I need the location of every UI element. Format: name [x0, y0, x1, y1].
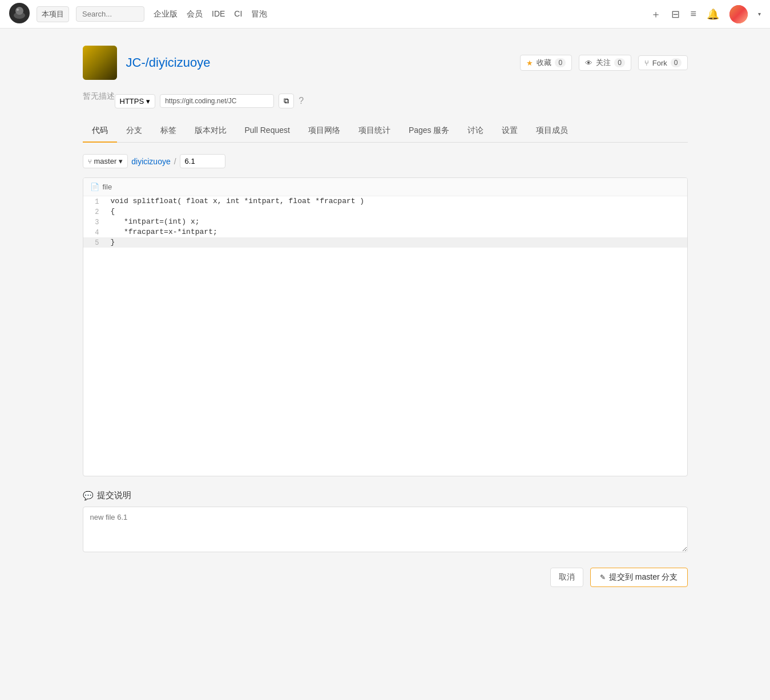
watch-button[interactable]: 👁 关注 0 [579, 55, 631, 71]
tab-code[interactable]: 代码 [83, 120, 117, 143]
navbar: 本项目 企业版 会员 IDE CI 冒泡 ＋ ⊟ ≡ 🔔 ▾ [0, 0, 770, 29]
line-num-5: 5 [83, 238, 106, 247]
submit-label: 提交到 master 分支 [609, 572, 678, 582]
tab-settings[interactable]: 设置 [493, 120, 527, 143]
plus-icon[interactable]: ＋ [651, 7, 661, 21]
line-num-4: 4 [83, 228, 106, 237]
line-content-4: *fracpart=x-*intpart; [106, 228, 687, 236]
navbar-link-member[interactable]: 会员 [187, 9, 203, 19]
line-num-2: 2 [83, 207, 106, 216]
breadcrumb: ⑂ master ▾ diyicizuoye / [83, 154, 688, 168]
star-count: 0 [555, 58, 566, 67]
tab-members[interactable]: 项目成员 [527, 120, 577, 143]
avatar-caret[interactable]: ▾ [758, 11, 761, 17]
repo-description: 暂无描述 [83, 91, 115, 102]
bell-icon[interactable]: 🔔 [707, 8, 719, 21]
svg-point-2 [15, 7, 23, 15]
code-line-4: 4 *fracpart=x-*intpart; [83, 227, 687, 237]
code-line-5: 5 } [83, 237, 687, 248]
star-button[interactable]: ★ 收藏 0 [520, 55, 572, 71]
tab-discuss[interactable]: 讨论 [458, 120, 493, 143]
repo-header: JC-/diyicizuoye ★ 收藏 0 👁 关注 0 ⑂ Fork 0 [83, 46, 688, 80]
tab-stats[interactable]: 项目统计 [349, 120, 400, 143]
copy-url-button[interactable]: ⧉ [279, 94, 294, 108]
file-name-input[interactable] [180, 154, 225, 168]
fork-count: 0 [671, 58, 682, 67]
protocol-caret: ▾ [146, 97, 150, 106]
commit-message-input[interactable] [83, 507, 688, 552]
navbar-link-bubble[interactable]: 冒泡 [251, 9, 267, 19]
url-input[interactable] [160, 94, 274, 108]
breadcrumb-folder[interactable]: diyicizuoye [131, 157, 170, 166]
file-editor: 📄 file 1 void splitfloat( float x, int *… [83, 177, 688, 476]
file-editor-body[interactable]: 1 void splitfloat( float x, int *intpart… [83, 196, 687, 476]
repo-name[interactable]: JC-/diyicizuoye [126, 55, 211, 70]
star-icon: ★ [526, 59, 533, 67]
search-input[interactable] [76, 6, 144, 22]
tabs: 代码 分支 标签 版本对比 Pull Request 项目网络 项目统计 Pag… [83, 120, 688, 143]
commit-title: 💬 提交说明 [83, 490, 688, 501]
navbar-link-ide[interactable]: IDE [212, 9, 225, 19]
menu-icon[interactable]: ≡ [690, 8, 696, 20]
file-icon: 📄 [90, 183, 99, 191]
tab-pullrequest[interactable]: Pull Request [236, 120, 299, 143]
branch-selector[interactable]: ⑂ master ▾ [83, 154, 128, 168]
watch-icon: 👁 [585, 59, 592, 67]
navbar-link-ci[interactable]: CI [234, 9, 242, 19]
fork-button[interactable]: ⑂ Fork 0 [638, 55, 688, 70]
navbar-right: ＋ ⊟ ≡ 🔔 ▾ [651, 5, 761, 23]
filename: file [103, 183, 112, 191]
main-content: JC-/diyicizuoye ★ 收藏 0 👁 关注 0 ⑂ Fork 0 暂… [71, 29, 699, 604]
cancel-button[interactable]: 取消 [550, 568, 583, 587]
tab-pages[interactable]: Pages 服务 [400, 120, 459, 143]
submit-button[interactable]: ✎ 提交到 master 分支 [590, 568, 688, 587]
svg-point-3 [17, 9, 19, 11]
line-content-1: void splitfloat( float x, int *intpart, … [106, 197, 687, 205]
watch-count: 0 [614, 58, 625, 67]
code-line-1: 1 void splitfloat( float x, int *intpart… [83, 196, 687, 207]
line-content-2: { [106, 207, 687, 216]
edit-icon: ✎ [600, 573, 606, 581]
navbar-link-enterprise[interactable]: 企业版 [154, 9, 178, 19]
code-empty-area[interactable] [83, 248, 687, 476]
protocol-label: HTTPS [120, 97, 144, 106]
branch-caret: ▾ [119, 157, 123, 165]
logo[interactable] [9, 3, 30, 25]
tab-diff[interactable]: 版本对比 [186, 120, 236, 143]
commit-section: 💬 提交说明 [83, 490, 688, 554]
file-editor-header: 📄 file [83, 178, 687, 196]
branch-name: master [94, 157, 117, 165]
project-button[interactable]: 本项目 [37, 6, 69, 22]
repo-actions: ★ 收藏 0 👁 关注 0 ⑂ Fork 0 [520, 55, 687, 71]
tab-network[interactable]: 项目网络 [299, 120, 349, 143]
repo-avatar [83, 46, 117, 80]
fork-icon: ⑂ [644, 59, 649, 67]
help-icon[interactable]: ? [299, 96, 304, 106]
code-line-2: 2 { [83, 207, 687, 217]
line-content-3: *intpart=(int) x; [106, 217, 687, 226]
protocol-button[interactable]: HTTPS ▾ [115, 94, 156, 108]
watch-label: 关注 [596, 58, 611, 68]
star-label: 收藏 [537, 58, 551, 68]
url-bar: HTTPS ▾ ⧉ ? [115, 94, 304, 108]
fork-label: Fork [652, 59, 667, 67]
avatar[interactable] [729, 5, 748, 23]
code-line-3: 3 *intpart=(int) x; [83, 217, 687, 227]
line-num-1: 1 [83, 197, 106, 206]
bottom-actions: 取消 ✎ 提交到 master 分支 [83, 568, 688, 587]
tab-tags[interactable]: 标签 [151, 120, 186, 143]
line-content-5: } [106, 238, 687, 246]
tab-branch[interactable]: 分支 [117, 120, 151, 143]
line-num-3: 3 [83, 217, 106, 226]
commit-icon: 💬 [83, 491, 94, 501]
navbar-links: 企业版 会员 IDE CI 冒泡 [154, 9, 267, 19]
breadcrumb-separator: / [174, 157, 176, 166]
branch-icon: ⑂ [88, 158, 92, 165]
folder-icon[interactable]: ⊟ [671, 8, 680, 21]
commit-title-text: 提交说明 [97, 490, 131, 501]
